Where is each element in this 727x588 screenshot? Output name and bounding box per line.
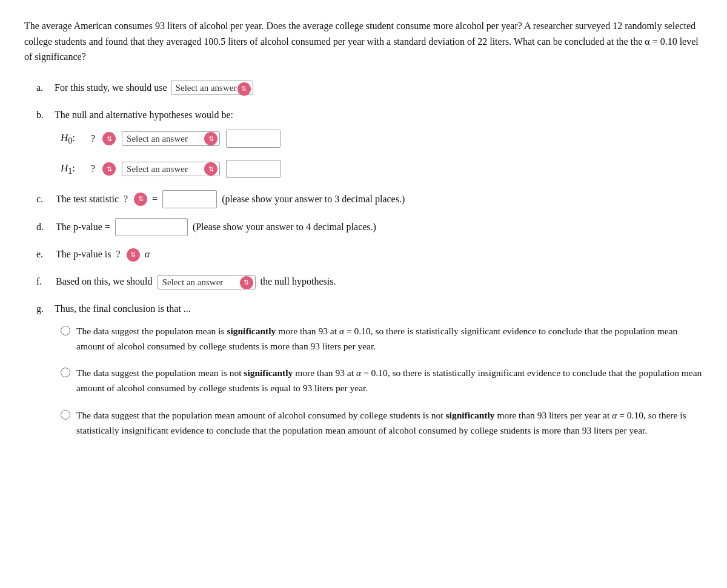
part-f: f. Based on this, we should Select an an…	[36, 273, 703, 291]
h1-select-wrapper[interactable]: Select an answer μ > 93 μ < 93 μ = 93 μ …	[122, 162, 220, 176]
part-c-input[interactable]	[162, 190, 217, 208]
part-c-equals: =	[152, 191, 158, 208]
g-radio-1[interactable]	[61, 326, 70, 335]
part-e: e. The p-value is ? ⇅ α	[36, 246, 703, 263]
part-c-spinner[interactable]: ⇅	[134, 193, 147, 206]
h0-row: H0: ? ⇅ Select an answer μ > 93 μ < 93 μ…	[61, 130, 703, 148]
part-f-text-before: Based on this, we should	[56, 273, 153, 291]
h1-value-input[interactable]	[226, 160, 281, 178]
h1-row: H1: ? ⇅ Select an answer μ > 93 μ < 93 μ…	[61, 160, 703, 178]
g-radio-3[interactable]	[61, 410, 70, 420]
hypotheses-section: H0: ? ⇅ Select an answer μ > 93 μ < 93 μ…	[61, 130, 703, 178]
part-a-select[interactable]: Select an answer a t-test a z-test a chi…	[171, 81, 253, 94]
part-e-spinner[interactable]: ⇅	[127, 248, 140, 262]
part-f-label: f.	[36, 273, 48, 291]
part-c: c. The test statistic ? ⇅ = (please show…	[36, 190, 703, 208]
g-option-1-text: The data suggest the populaton mean is s…	[76, 324, 703, 354]
g-option-3-text: The data suggest that the population mea…	[76, 408, 703, 438]
part-d-text-before: The p-value =	[56, 219, 110, 236]
part-f-text-after: the null hypothesis.	[261, 273, 336, 291]
g-option-2: The data suggest the population mean is …	[61, 366, 703, 396]
part-c-text-after: (please show your answer to 3 decimal pl…	[222, 191, 405, 208]
g-radio-2[interactable]	[61, 368, 70, 377]
h0-question-text: ?	[91, 133, 95, 144]
part-a-text-before: For this study, we should use	[55, 79, 167, 97]
part-d-input[interactable]	[115, 218, 188, 236]
part-f-select[interactable]: Select an answer reject fail to reject a…	[158, 276, 255, 289]
part-c-label: c.	[36, 191, 48, 208]
part-f-select-wrapper[interactable]: Select an answer reject fail to reject a…	[158, 275, 256, 289]
h1-spinner[interactable]: ⇅	[102, 162, 116, 176]
part-d-text-after: (Please show your answer to 4 decimal pl…	[193, 219, 376, 236]
part-a-label: a.	[36, 79, 48, 97]
g-option-2-text: The data suggest the population mean is …	[76, 366, 703, 396]
problem-text: The average American consumes 93 liters …	[24, 18, 703, 65]
part-d: d. The p-value = (Please show your answe…	[36, 218, 703, 236]
part-d-label: d.	[36, 219, 48, 236]
part-a: a. For this study, we should use Select …	[36, 79, 703, 97]
g-option-3: The data suggest that the population mea…	[61, 408, 703, 438]
part-b-text: The null and alternative hypotheses woul…	[55, 107, 233, 124]
part-c-question-text: ?	[124, 191, 128, 208]
h0-select[interactable]: Select an answer μ > 93 μ < 93 μ = 93 μ …	[122, 132, 219, 145]
part-g-label: g.	[36, 300, 48, 318]
h1-question-text: ?	[91, 164, 95, 174]
part-b-label: b.	[36, 107, 48, 124]
part-e-text-before: The p-value is	[56, 246, 111, 263]
part-e-question-text: ?	[116, 246, 121, 263]
part-g-text: Thus, the final conclusion is that ...	[55, 300, 191, 318]
h0-spinner[interactable]: ⇅	[102, 132, 116, 145]
g-option-1: The data suggest the populaton mean is s…	[61, 324, 703, 354]
h1-select[interactable]: Select an answer μ > 93 μ < 93 μ = 93 μ …	[122, 162, 219, 176]
part-e-alpha: α	[145, 246, 150, 263]
part-c-text-before: The test statistic	[56, 191, 119, 208]
h1-label: H1:	[61, 162, 85, 176]
part-b: b. The null and alternative hypotheses w…	[36, 107, 703, 124]
h0-value-input[interactable]	[226, 130, 281, 148]
part-e-label: e.	[36, 246, 48, 263]
h0-select-wrapper[interactable]: Select an answer μ > 93 μ < 93 μ = 93 μ …	[122, 131, 220, 146]
h0-label: H0:	[61, 132, 85, 146]
part-a-select-wrapper[interactable]: Select an answer a t-test a z-test a chi…	[171, 81, 253, 95]
part-g-header: g. Thus, the final conclusion is that ..…	[36, 300, 703, 318]
